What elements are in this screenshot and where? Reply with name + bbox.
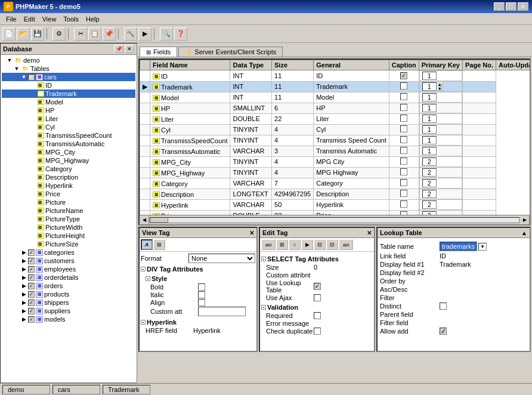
italic-checkbox[interactable] [198, 291, 205, 298]
products-checkbox[interactable]: ✓ [28, 291, 35, 298]
tree-field-mpg-city[interactable]: ▦ MPG_City [2, 148, 135, 156]
toolbar-btn1[interactable]: ⚙ [52, 27, 66, 41]
table-row[interactable]: ▦ Model INT 11 Model [140, 92, 530, 103]
expand-employees[interactable]: ▶ [21, 266, 27, 272]
page-input[interactable] [422, 168, 437, 177]
select-tag-collapse[interactable]: - [261, 257, 266, 261]
tree-field-model[interactable]: ▦ Model [2, 98, 135, 106]
toolbar-btn7[interactable]: 🔍 [160, 27, 173, 41]
expand-root[interactable]: ▼ [7, 57, 13, 63]
scroll-track[interactable] [150, 217, 519, 223]
fields-scroll-area[interactable]: Field Name Data Type Size General Captio… [140, 60, 530, 215]
table-name-dropdown[interactable]: ▼ [478, 243, 487, 251]
table-row[interactable]: ▦ MPG_Highway TINYINT 4 MPG Highway [140, 167, 530, 178]
tree-field-hyperlink[interactable]: ▦ Hyperlink [2, 181, 135, 190]
close-button[interactable]: ✕ [518, 2, 528, 11]
maximize-button[interactable]: □ [506, 2, 516, 11]
menu-file[interactable]: File [2, 14, 20, 24]
pk-checkbox[interactable] [400, 168, 407, 175]
tree-field-picturesize[interactable]: ▦ PictureSize [2, 240, 135, 248]
view-tag-btn-a[interactable]: A [141, 239, 153, 250]
horizontal-scrollbar[interactable]: ◀ ▶ [140, 215, 530, 224]
tree-field-picture[interactable]: ▦ Picture [2, 198, 135, 206]
edit-tag-btn-grid1[interactable]: ⊟ [314, 239, 326, 250]
table-row[interactable]: ▦ MPG_City TINYINT 4 MPG City [140, 156, 530, 167]
pk-checkbox[interactable] [400, 93, 407, 100]
tree-table-suppliers[interactable]: ▶ ✓ ▦ suppliers [2, 307, 135, 315]
tree-field-price[interactable]: ▦ Price [2, 190, 135, 198]
toolbar-btn2[interactable]: ✂ [74, 27, 87, 41]
menu-tools[interactable]: Tools [60, 14, 82, 24]
table-row[interactable]: ▦ Description LONGTEXT 4294967295 Descri… [140, 189, 530, 199]
edit-tag-btn-circle[interactable]: ○ [289, 239, 301, 250]
required-checkbox[interactable] [314, 312, 321, 319]
expand-models[interactable]: ▶ [21, 316, 27, 322]
page-input[interactable] [422, 190, 437, 198]
expand-orders[interactable]: ▶ [21, 283, 27, 289]
spin-up[interactable]: ▲ [437, 82, 443, 87]
tree-field-cyl[interactable]: ▦ Cyl [2, 123, 135, 131]
table-name-value[interactable]: trademarks [440, 242, 477, 251]
pk-checkbox[interactable] [400, 82, 407, 90]
orderdetails-checkbox[interactable]: ✓ [28, 274, 35, 281]
cars-checkbox[interactable]: ✓ [28, 74, 35, 81]
table-row[interactable]: ▦ Hyperlink VARCHAR 50 Hyperlink [140, 199, 530, 210]
page-input[interactable] [422, 147, 437, 155]
page-input[interactable] [422, 115, 437, 123]
expand-customers[interactable]: ▶ [21, 258, 27, 264]
table-row[interactable]: ▦ Price DOUBLE 22 Price [140, 210, 530, 215]
toolbar-btn6[interactable]: ▶ [138, 27, 151, 41]
table-row[interactable]: ▦ Liter DOUBLE 22 Liter [140, 113, 530, 124]
menu-help[interactable]: Help [82, 14, 103, 24]
tree-field-pictureheight[interactable]: ▦ PictureHeight [2, 232, 135, 240]
style-collapse[interactable]: - [146, 276, 150, 281]
edit-tag-btn-abl[interactable]: abl [261, 239, 276, 250]
menu-view[interactable]: View [39, 14, 60, 24]
expand-shippers[interactable]: ▶ [21, 300, 27, 305]
pk-checkbox[interactable] [400, 147, 407, 154]
pk-checkbox[interactable] [400, 125, 407, 132]
tree-field-picturename[interactable]: ▦ PictureName [2, 206, 135, 215]
pk-checkbox[interactable] [400, 190, 407, 197]
style-group[interactable]: - Style [146, 275, 255, 282]
use-lookup-checkbox[interactable]: ✓ [314, 283, 321, 290]
align-checkbox[interactable] [198, 299, 205, 306]
pk-checkbox[interactable] [400, 115, 407, 122]
tree-table-categories[interactable]: ▶ ✓ ▦ categories [2, 248, 135, 257]
pk-checkbox[interactable] [400, 104, 407, 111]
pk-checkbox[interactable]: ✓ [400, 72, 407, 79]
hyperlink-group[interactable]: - Hyperlink [141, 319, 255, 326]
menu-edit[interactable]: Edit [20, 14, 39, 24]
tree-field-liter[interactable]: ▦ Liter [2, 115, 135, 123]
pk-checkbox[interactable] [400, 158, 407, 165]
tree-table-cars[interactable]: ▼ ✓ ▦ cars [2, 73, 135, 81]
tab-server-events[interactable]: ⚡ Server Events/Client Scripts [178, 47, 283, 57]
shippers-checkbox[interactable]: ✓ [28, 300, 35, 306]
toolbar-btn5[interactable]: 🔨 [124, 27, 137, 41]
db-panel-close[interactable]: ✕ [125, 45, 134, 53]
expand-orderdetails[interactable]: ▶ [21, 274, 27, 280]
edit-tag-btn-next[interactable]: ▶ [301, 239, 313, 250]
edit-tag-btn-check[interactable]: ⊞ [276, 239, 288, 250]
spin-down[interactable]: ▼ [437, 87, 443, 91]
div-tag-collapse[interactable]: - [141, 267, 146, 271]
bold-checkbox[interactable] [198, 283, 205, 291]
page-input[interactable] [422, 82, 437, 91]
select-tag-group[interactable]: - SELECT Tag Attributes [261, 255, 373, 263]
edit-tag-btn-grid2[interactable]: ⊟ [326, 239, 338, 250]
tree-field-category[interactable]: ▦ Category [2, 165, 135, 173]
lookup-panel-expand[interactable]: ▲ [521, 230, 527, 236]
tree-tables[interactable]: ▼ 📁 Tables [2, 64, 135, 73]
tree-table-products[interactable]: ▶ ✓ ▦ products [2, 290, 135, 298]
toolbar-btn4[interactable]: 📌 [103, 27, 116, 41]
distinct-checkbox[interactable] [440, 303, 447, 310]
employees-checkbox[interactable]: ✓ [28, 266, 35, 273]
tree-table-orders[interactable]: ▶ ✓ ▦ orders [2, 282, 135, 290]
tree-field-description[interactable]: ▦ Description [2, 173, 135, 181]
table-row[interactable]: ▦ TransmissAutomatic VARCHAR 3 Transmiss… [140, 146, 530, 156]
table-row[interactable]: ▦ ID INT 11 ID ✓ [140, 70, 530, 82]
expand-tables[interactable]: ▼ [14, 66, 20, 72]
table-row[interactable]: ▦ HP SMALLINT 6 HP [140, 103, 530, 113]
tab-fields[interactable]: ⊞ Fields [140, 47, 177, 57]
table-row[interactable]: ▶ ▦ Trademark INT 11 Trademark ▲▼ [140, 81, 530, 92]
